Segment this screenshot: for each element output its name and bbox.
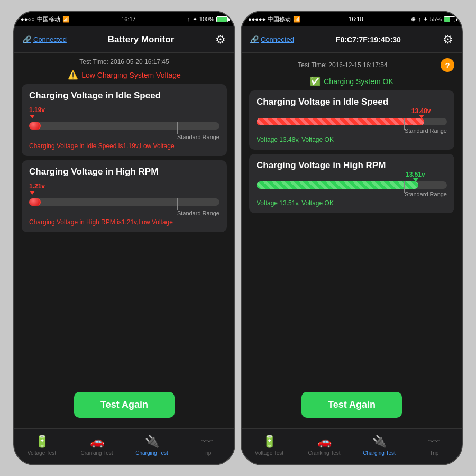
voltage-label-idle-1: 1.19v bbox=[29, 106, 45, 114]
bar-fill-high-1 bbox=[29, 198, 41, 206]
time-display-1: 16:17 bbox=[121, 16, 136, 22]
wifi-icon: 📶 bbox=[62, 16, 70, 23]
test-time-2: Test Time: 2016-12-15 16:17:54 bbox=[249, 61, 436, 69]
test-again-container-2: Test Again bbox=[249, 387, 454, 423]
tab-bar-1: 🔋 Voltage Test 🚗 Cranking Test 🔌 Chargin… bbox=[14, 428, 234, 464]
trip-tab-label-1: Trip bbox=[203, 450, 212, 456]
card-high-2: Charging Voltage in High RPM 13.51v Stan… bbox=[249, 154, 454, 213]
cranking-tab-label-1: Cranking Test bbox=[81, 450, 113, 456]
location-icon-2: ⊕ bbox=[411, 16, 416, 23]
range-marker-idle-2 bbox=[404, 118, 405, 130]
test-again-button-1[interactable]: Test Again bbox=[74, 392, 175, 418]
red-dot-high-1 bbox=[29, 198, 40, 206]
content-1: Test Time: 2016-05-20 16:17:45 ⚠️ Low Ch… bbox=[14, 53, 234, 428]
signal-dots-2: ●●●●● bbox=[248, 16, 266, 22]
voltage-val-high-2: 13.51v bbox=[406, 171, 425, 178]
nav-bar-2: 🔗 Connected F0:C7:7F:19:4D:30 ⚙ bbox=[242, 26, 462, 53]
voltage-label-high-1: 1.21v bbox=[29, 182, 45, 190]
charging-tab-icon-1: 🔌 bbox=[145, 435, 159, 448]
range-marker-high-1 bbox=[177, 198, 178, 210]
nav-title-2: F0:C7:7F:19:4D:30 bbox=[336, 35, 401, 44]
tab-charging-2[interactable]: 🔌 Charging Test bbox=[352, 429, 407, 464]
content-2: Test Time: 2016-12-15 16:17:54 ? ✅ Charg… bbox=[242, 53, 462, 428]
tab-voltage-1[interactable]: 🔋 Voltage Test bbox=[14, 429, 69, 464]
arrow-up-icon-2: ↑ bbox=[418, 16, 421, 22]
battery-fill-1 bbox=[217, 17, 227, 22]
card-idle-1: Charging Voltage in Idle Speed 1.19v Sta… bbox=[22, 84, 227, 156]
voltage-tab-icon-2: 🔋 bbox=[262, 435, 277, 448]
phone-2: ●●●●● 中国移动 📶 16:18 ⊕ ↑ ✦ 55% 🔗 Connected… bbox=[241, 11, 463, 465]
bar-container-high-1 bbox=[29, 198, 219, 208]
status-left-2: ●●●●● 中国移动 📶 bbox=[248, 15, 300, 23]
tab-voltage-2[interactable]: 🔋 Voltage Test bbox=[242, 429, 297, 464]
bar-container-idle-1 bbox=[29, 122, 219, 132]
tab-cranking-2[interactable]: 🚗 Cranking Test bbox=[297, 429, 352, 464]
status-right-1: ↑ ✦ 100% bbox=[187, 16, 228, 23]
link-icon-2: 🔗 bbox=[250, 35, 259, 43]
battery-percent: 100% bbox=[199, 16, 214, 22]
range-label-idle-2: Standard Range bbox=[257, 127, 447, 134]
link-icon-1: 🔗 bbox=[23, 35, 31, 43]
connected-label-2[interactable]: 🔗 Connected bbox=[250, 35, 294, 43]
card-idle-2: Charging Voltage in Idle Speed 13.48v St… bbox=[249, 90, 454, 150]
range-marker-high-2 bbox=[404, 181, 405, 193]
red-dot-idle-1 bbox=[29, 122, 40, 130]
nav-title-1: Battery Monitor bbox=[108, 34, 175, 45]
signal-dots: ●●○○ bbox=[21, 16, 35, 22]
card-message-idle-2: Voltage 13.48v, Voltage OK bbox=[257, 136, 447, 143]
time-display-2: 16:18 bbox=[349, 16, 363, 22]
system-status-2: ✅ Charging System OK bbox=[249, 76, 454, 86]
battery-icon-1 bbox=[216, 16, 228, 22]
card-title-idle-1: Charging Voltage in Idle Speed bbox=[29, 90, 219, 101]
voltage-tab-label-2: Voltage Test bbox=[255, 450, 283, 456]
bar-track-idle-1 bbox=[29, 122, 219, 130]
trip-tab-icon-2: 〰 bbox=[428, 435, 440, 448]
bluetooth-icon: ✦ bbox=[193, 16, 197, 23]
phone-1: ●●○○ ●●○○ 中国移动 ✦ 中国移动 📶 16:17 ↑ ✦ 100% 🔗… bbox=[13, 11, 235, 465]
card-message-high-2: Voltage 13.51v, Voltage OK bbox=[257, 199, 447, 207]
battery-icon-2 bbox=[444, 16, 455, 22]
carrier: 中国移动 bbox=[37, 15, 60, 23]
card-message-idle-1: Charging Voltage in Idle Speed is1.19v,L… bbox=[29, 142, 219, 150]
tab-trip-1[interactable]: 〰 Trip bbox=[179, 429, 234, 464]
card-high-1: Charging Voltage in High RPM 1.21v Stand… bbox=[22, 160, 227, 232]
voltage-val-idle-2: 13.48v bbox=[411, 107, 431, 115]
status-bar-1: ●●○○ ●●○○ 中国移动 ✦ 中国移动 📶 16:17 ↑ ✦ 100% bbox=[14, 12, 234, 26]
bar-track-idle-2 bbox=[257, 118, 447, 125]
gear-button-1[interactable]: ⚙ bbox=[215, 33, 226, 47]
bar-fill-high-2 bbox=[257, 181, 418, 189]
bar-track-high-1 bbox=[29, 198, 219, 206]
help-icon-2[interactable]: ? bbox=[441, 58, 454, 72]
card-message-high-1: Charging Voltage in High RPM is1.21v,Low… bbox=[29, 218, 219, 226]
card-title-high-1: Charging Voltage in High RPM bbox=[29, 167, 219, 177]
test-again-button-2[interactable]: Test Again bbox=[301, 392, 402, 418]
connected-label-1[interactable]: 🔗 Connected bbox=[23, 35, 67, 43]
trip-tab-label-2: Trip bbox=[430, 450, 439, 456]
bluetooth-icon-2: ✦ bbox=[423, 16, 428, 23]
tab-charging-1[interactable]: 🔌 Charging Test bbox=[124, 429, 179, 464]
arrow-up-icon: ↑ bbox=[187, 16, 190, 22]
nav-bar-1: 🔗 Connected Battery Monitor ⚙ bbox=[14, 26, 234, 53]
range-label-high-1: Standard Range bbox=[29, 210, 219, 216]
warning-icon-1: ⚠️ bbox=[68, 70, 78, 80]
range-marker-idle-1 bbox=[177, 122, 178, 134]
cranking-tab-label-2: Cranking Test bbox=[308, 450, 341, 456]
battery-fill-2 bbox=[444, 17, 450, 22]
card-title-idle-2: Charging Voltage in Idle Speed bbox=[257, 97, 447, 107]
bar-fill-idle-2 bbox=[257, 118, 424, 125]
tab-bar-2: 🔋 Voltage Test 🚗 Cranking Test 🔌 Chargin… bbox=[242, 428, 462, 464]
carrier-2: 中国移动 bbox=[268, 15, 291, 23]
bar-track-high-2 bbox=[257, 181, 447, 189]
system-status-text-1: Low Charging System Voltage bbox=[81, 71, 181, 79]
trip-tab-icon-1: 〰 bbox=[201, 435, 213, 448]
range-label-high-2: Standard Range bbox=[257, 191, 447, 197]
gear-button-2[interactable]: ⚙ bbox=[443, 33, 453, 47]
range-label-idle-1: Standard Range bbox=[29, 134, 219, 140]
voltage-tab-icon-1: 🔋 bbox=[35, 435, 49, 448]
arrow-high-1 bbox=[30, 191, 35, 195]
card-title-high-2: Charging Voltage in High RPM bbox=[257, 160, 447, 171]
tab-cranking-1[interactable]: 🚗 Cranking Test bbox=[69, 429, 124, 464]
status-left-1: ●●○○ ●●○○ 中国移动 ✦ 中国移动 📶 bbox=[21, 15, 70, 23]
tab-trip-2[interactable]: 〰 Trip bbox=[407, 429, 462, 464]
charging-tab-label-1: Charging Test bbox=[135, 450, 168, 456]
